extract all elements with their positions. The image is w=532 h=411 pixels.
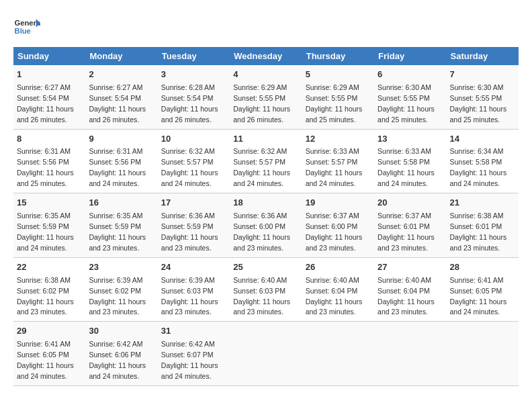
- day-number: 7: [450, 68, 515, 81]
- sunrise-text: Sunrise: 6:37 AM: [306, 212, 359, 220]
- sunrise-text: Sunrise: 6:41 AM: [17, 340, 71, 348]
- sunrise-text: Sunrise: 6:36 AM: [233, 212, 287, 220]
- daylight-text: Daylight: 11 hours and 25 minutes.: [17, 169, 74, 187]
- weekday-header: Wednesday: [230, 47, 302, 65]
- calendar-week-row: 1 Sunrise: 6:27 AM Sunset: 5:54 PM Dayli…: [13, 65, 519, 129]
- day-number: 29: [17, 325, 82, 338]
- sunrise-text: Sunrise: 6:34 AM: [450, 147, 504, 155]
- calendar-cell: [447, 322, 519, 386]
- sunset-text: Sunset: 6:04 PM: [306, 287, 358, 295]
- weekday-header-row: SundayMondayTuesdayWednesdayThursdayFrid…: [13, 47, 519, 65]
- calendar-cell: 3 Sunrise: 6:28 AM Sunset: 5:54 PM Dayli…: [158, 65, 230, 129]
- sunset-text: Sunset: 5:58 PM: [378, 158, 430, 166]
- calendar-cell: 10 Sunrise: 6:32 AM Sunset: 5:57 PM Dayl…: [158, 129, 230, 193]
- daylight-text: Daylight: 11 hours and 25 minutes.: [378, 105, 435, 124]
- daylight-text: Daylight: 11 hours and 23 minutes.: [161, 233, 218, 252]
- daylight-text: Daylight: 11 hours and 25 minutes.: [306, 105, 363, 124]
- sunset-text: Sunset: 6:05 PM: [17, 351, 69, 359]
- sunset-text: Sunset: 5:57 PM: [306, 158, 358, 166]
- calendar-cell: 27 Sunrise: 6:40 AM Sunset: 6:04 PM Dayl…: [374, 257, 446, 322]
- calendar-week-row: 22 Sunrise: 6:38 AM Sunset: 6:02 PM Dayl…: [13, 257, 519, 322]
- calendar-cell: 9 Sunrise: 6:31 AM Sunset: 5:56 PM Dayli…: [85, 129, 157, 193]
- daylight-text: Daylight: 11 hours and 24 minutes.: [161, 169, 218, 187]
- day-number: 2: [89, 68, 154, 81]
- sunset-text: Sunset: 6:02 PM: [17, 287, 69, 295]
- calendar-cell: 22 Sunrise: 6:38 AM Sunset: 6:02 PM Dayl…: [13, 257, 85, 322]
- daylight-text: Daylight: 11 hours and 23 minutes.: [89, 233, 146, 252]
- day-number: 31: [161, 325, 226, 338]
- day-number: 23: [89, 261, 154, 274]
- calendar-cell: 5 Sunrise: 6:29 AM Sunset: 5:55 PM Dayli…: [302, 65, 374, 129]
- calendar-cell: 17 Sunrise: 6:36 AM Sunset: 5:59 PM Dayl…: [158, 193, 230, 258]
- day-number: 25: [233, 261, 298, 274]
- calendar-cell: 14 Sunrise: 6:34 AM Sunset: 5:58 PM Dayl…: [447, 129, 519, 193]
- sunset-text: Sunset: 5:55 PM: [450, 94, 502, 102]
- weekday-header: Saturday: [447, 47, 519, 65]
- daylight-text: Daylight: 11 hours and 24 minutes.: [89, 361, 146, 380]
- day-number: 20: [378, 197, 443, 210]
- daylight-text: Daylight: 11 hours and 23 minutes.: [233, 298, 290, 316]
- sunset-text: Sunset: 5:54 PM: [17, 94, 69, 102]
- sunrise-text: Sunrise: 6:38 AM: [17, 276, 71, 284]
- page-header: General Blue: [13, 13, 519, 40]
- daylight-text: Daylight: 11 hours and 23 minutes.: [306, 233, 363, 252]
- daylight-text: Daylight: 11 hours and 23 minutes.: [161, 298, 218, 316]
- calendar-cell: 11 Sunrise: 6:32 AM Sunset: 5:57 PM Dayl…: [230, 129, 302, 193]
- sunset-text: Sunset: 6:02 PM: [89, 287, 141, 295]
- sunrise-text: Sunrise: 6:35 AM: [89, 212, 142, 220]
- sunrise-text: Sunrise: 6:30 AM: [378, 83, 431, 91]
- weekday-header: Friday: [374, 47, 446, 65]
- sunset-text: Sunset: 5:54 PM: [161, 94, 214, 102]
- calendar-cell: 15 Sunrise: 6:35 AM Sunset: 5:59 PM Dayl…: [13, 193, 85, 258]
- calendar-cell: 7 Sunrise: 6:30 AM Sunset: 5:55 PM Dayli…: [447, 65, 519, 129]
- sunset-text: Sunset: 6:03 PM: [233, 287, 285, 295]
- day-number: 8: [17, 133, 82, 146]
- daylight-text: Daylight: 11 hours and 24 minutes.: [450, 169, 507, 187]
- sunrise-text: Sunrise: 6:27 AM: [17, 83, 71, 91]
- sunrise-text: Sunrise: 6:31 AM: [17, 147, 71, 155]
- calendar-cell: 12 Sunrise: 6:33 AM Sunset: 5:57 PM Dayl…: [302, 129, 374, 193]
- day-number: 1: [17, 68, 82, 81]
- sunset-text: Sunset: 5:56 PM: [17, 158, 69, 166]
- sunset-text: Sunset: 5:59 PM: [161, 222, 214, 230]
- sunrise-text: Sunrise: 6:37 AM: [378, 212, 431, 220]
- calendar-cell: 23 Sunrise: 6:39 AM Sunset: 6:02 PM Dayl…: [85, 257, 157, 322]
- day-number: 6: [378, 68, 443, 81]
- sunrise-text: Sunrise: 6:32 AM: [233, 147, 287, 155]
- sunset-text: Sunset: 6:01 PM: [450, 222, 502, 230]
- day-number: 26: [306, 261, 371, 274]
- sunset-text: Sunset: 5:55 PM: [233, 94, 285, 102]
- sunrise-text: Sunrise: 6:41 AM: [450, 276, 504, 284]
- sunrise-text: Sunrise: 6:40 AM: [306, 276, 359, 284]
- calendar-cell: 29 Sunrise: 6:41 AM Sunset: 6:05 PM Dayl…: [13, 322, 85, 386]
- day-number: 28: [450, 261, 515, 274]
- daylight-text: Daylight: 11 hours and 26 minutes.: [89, 105, 146, 124]
- calendar-cell: 30 Sunrise: 6:42 AM Sunset: 6:06 PM Dayl…: [85, 322, 157, 386]
- sunrise-text: Sunrise: 6:39 AM: [89, 276, 142, 284]
- daylight-text: Daylight: 11 hours and 23 minutes.: [306, 298, 363, 316]
- calendar-cell: 20 Sunrise: 6:37 AM Sunset: 6:01 PM Dayl…: [374, 193, 446, 258]
- calendar-cell: 6 Sunrise: 6:30 AM Sunset: 5:55 PM Dayli…: [374, 65, 446, 129]
- logo: General Blue: [13, 13, 40, 40]
- sunrise-text: Sunrise: 6:33 AM: [378, 147, 431, 155]
- calendar-cell: 16 Sunrise: 6:35 AM Sunset: 5:59 PM Dayl…: [85, 193, 157, 258]
- logo-icon: General Blue: [13, 13, 40, 40]
- sunrise-text: Sunrise: 6:29 AM: [306, 83, 359, 91]
- calendar-cell: 4 Sunrise: 6:29 AM Sunset: 5:55 PM Dayli…: [230, 65, 302, 129]
- sunrise-text: Sunrise: 6:42 AM: [89, 340, 142, 348]
- daylight-text: Daylight: 11 hours and 23 minutes.: [233, 233, 290, 252]
- sunset-text: Sunset: 5:55 PM: [306, 94, 358, 102]
- sunset-text: Sunset: 6:00 PM: [233, 222, 285, 230]
- weekday-header: Monday: [85, 47, 157, 65]
- calendar-cell: 26 Sunrise: 6:40 AM Sunset: 6:04 PM Dayl…: [302, 257, 374, 322]
- day-number: 21: [450, 197, 515, 210]
- day-number: 15: [17, 197, 82, 210]
- sunset-text: Sunset: 6:00 PM: [306, 222, 358, 230]
- sunset-text: Sunset: 5:55 PM: [378, 94, 430, 102]
- day-number: 27: [378, 261, 443, 274]
- calendar-cell: [230, 322, 302, 386]
- sunset-text: Sunset: 6:03 PM: [161, 287, 214, 295]
- day-number: 5: [306, 68, 371, 81]
- calendar-week-row: 8 Sunrise: 6:31 AM Sunset: 5:56 PM Dayli…: [13, 129, 519, 193]
- weekday-header: Thursday: [302, 47, 374, 65]
